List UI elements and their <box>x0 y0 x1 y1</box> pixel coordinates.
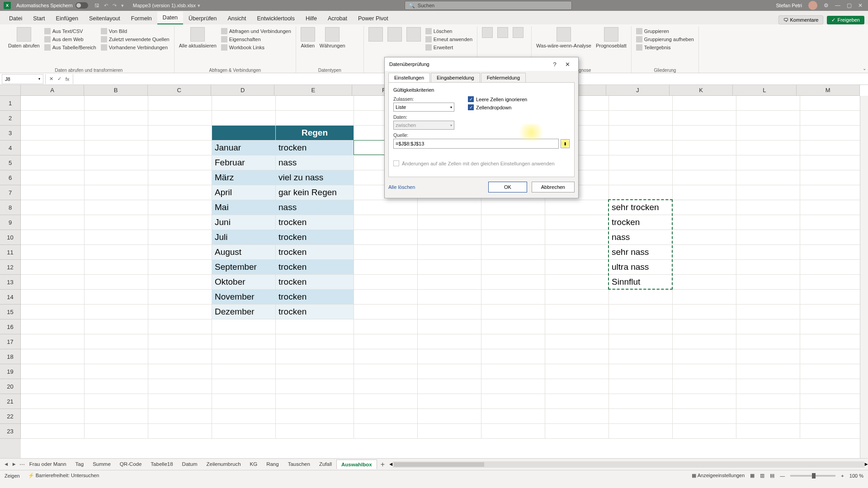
cell[interactable] <box>148 96 212 111</box>
column-header[interactable]: D <box>211 85 274 96</box>
clear-all-button[interactable]: Alle löschen <box>388 182 415 192</box>
cell[interactable]: Januar <box>212 141 276 155</box>
cell[interactable] <box>609 111 673 126</box>
ribbon-tab-power pivot[interactable]: Power Pivot <box>353 13 394 24</box>
row-header[interactable]: 12 <box>0 260 21 275</box>
cell[interactable] <box>800 364 864 379</box>
cell[interactable] <box>800 305 864 319</box>
cell[interactable] <box>418 424 481 439</box>
cell[interactable]: sehr trocken <box>609 200 673 215</box>
cell[interactable] <box>85 111 148 126</box>
cell[interactable] <box>418 290 481 305</box>
cell[interactable] <box>481 245 545 260</box>
cell[interactable] <box>673 111 736 126</box>
settings-icon[interactable]: ⚙ <box>824 2 829 9</box>
sheet-tab[interactable]: Zeilenumbruch <box>202 460 245 469</box>
cell[interactable] <box>354 215 418 230</box>
cell[interactable] <box>418 245 481 260</box>
filename-dropdown-icon[interactable]: ▾ <box>198 3 200 9</box>
row-header[interactable]: 18 <box>0 349 21 364</box>
sheet-tab[interactable]: Auswahlbox <box>336 460 377 469</box>
cell[interactable] <box>800 379 864 394</box>
cell[interactable] <box>545 305 609 319</box>
cell[interactable] <box>736 155 800 170</box>
cell[interactable] <box>800 126 864 141</box>
row-header[interactable]: 9 <box>0 215 21 230</box>
cell[interactable]: trocken <box>276 215 354 230</box>
view-layout-icon[interactable]: ▥ <box>760 473 764 479</box>
row-header[interactable]: 11 <box>0 245 21 260</box>
cell[interactable] <box>148 126 212 141</box>
cell[interactable]: August <box>212 245 276 260</box>
cell[interactable] <box>736 111 800 126</box>
cell[interactable] <box>481 334 545 349</box>
cell[interactable] <box>148 260 212 275</box>
enter-formula-icon[interactable]: ✓ <box>56 76 63 82</box>
cell[interactable] <box>354 334 418 349</box>
cell[interactable] <box>609 290 673 305</box>
cell[interactable] <box>21 290 85 305</box>
cell[interactable] <box>85 141 148 155</box>
cell[interactable] <box>800 185 864 200</box>
ribbon-tab-daten[interactable]: Daten <box>157 12 183 24</box>
sheet-tab[interactable]: Rang <box>262 460 283 469</box>
cell[interactable] <box>148 334 212 349</box>
cell[interactable] <box>85 96 148 111</box>
sheet-tab[interactable]: Frau oder Mann <box>25 460 71 469</box>
cell[interactable] <box>354 275 418 290</box>
cell[interactable]: gar kein Regen <box>276 185 354 200</box>
cell[interactable] <box>800 290 864 305</box>
cell[interactable] <box>85 349 148 364</box>
cell[interactable] <box>609 364 673 379</box>
help-icon[interactable]: ? <box>548 61 561 68</box>
cell[interactable] <box>85 245 148 260</box>
cell[interactable] <box>21 141 85 155</box>
remove-dup-icon[interactable] <box>497 27 508 38</box>
autosave-toggle[interactable]: Automatisches Speichern <box>16 2 88 9</box>
column-header[interactable]: C <box>148 85 211 96</box>
cell[interactable] <box>418 230 481 245</box>
column-header[interactable]: K <box>670 85 733 96</box>
cell[interactable] <box>212 424 276 439</box>
cell[interactable] <box>418 275 481 290</box>
ribbon-tab-seitenlayout[interactable]: Seitenlayout <box>84 13 126 24</box>
search-box[interactable]: 🔍 Suchen <box>405 1 572 10</box>
cell[interactable] <box>736 126 800 141</box>
cell[interactable] <box>800 245 864 260</box>
cell[interactable] <box>354 364 418 379</box>
cell[interactable] <box>276 409 354 424</box>
dialog-tab[interactable]: Einstellungen <box>388 73 430 82</box>
ribbon-tab-formeln[interactable]: Formeln <box>126 13 157 24</box>
sheet-more-icon[interactable]: ⋯ <box>19 461 25 468</box>
cell[interactable] <box>481 379 545 394</box>
ribbon-tab-start[interactable]: Start <box>28 13 50 24</box>
zoom-level[interactable]: 100 % <box>849 473 863 479</box>
allow-dropdown[interactable]: Liste▾ <box>393 103 454 112</box>
cell[interactable] <box>148 319 212 334</box>
cell[interactable] <box>481 215 545 230</box>
cell[interactable] <box>21 394 85 409</box>
cell[interactable] <box>545 230 609 245</box>
cell[interactable] <box>21 275 85 290</box>
cell[interactable]: trocken <box>276 290 354 305</box>
row-header[interactable]: 17 <box>0 334 21 349</box>
cell[interactable] <box>418 364 481 379</box>
cell[interactable] <box>85 424 148 439</box>
cancel-formula-icon[interactable]: ✕ <box>47 76 55 82</box>
cell[interactable] <box>148 349 212 364</box>
cell[interactable] <box>673 155 736 170</box>
cell[interactable] <box>800 319 864 334</box>
cell[interactable] <box>354 424 418 439</box>
cell[interactable]: Oktober <box>212 275 276 290</box>
cell[interactable] <box>673 215 736 230</box>
ribbon-item[interactable]: Aus Text/CSV <box>44 27 96 35</box>
status-accessibility[interactable]: ⚡ Barrierefreiheit: Untersuchen <box>28 473 99 479</box>
row-header[interactable]: 22 <box>0 409 21 424</box>
cell[interactable] <box>276 394 354 409</box>
ribbon-item[interactable]: Gruppieren <box>636 27 694 35</box>
cell[interactable] <box>85 290 148 305</box>
cell[interactable] <box>609 379 673 394</box>
display-settings[interactable]: ▦ Anzeigeeinstellungen <box>692 473 745 479</box>
cell[interactable] <box>148 245 212 260</box>
cell[interactable] <box>673 424 736 439</box>
